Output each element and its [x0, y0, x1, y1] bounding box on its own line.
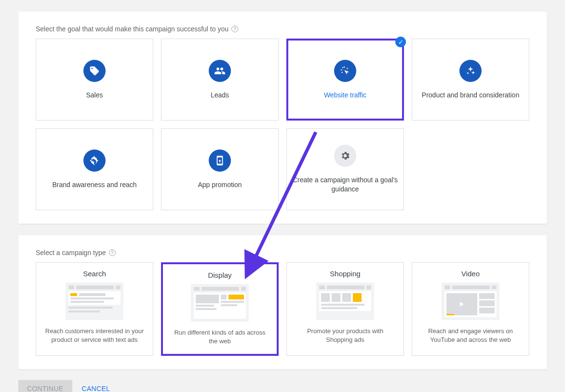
- goal-label: App promotion: [198, 180, 242, 189]
- help-icon[interactable]: ?: [109, 249, 116, 256]
- gear-icon: [334, 145, 356, 167]
- megaphone-icon: [83, 149, 106, 172]
- cursor-click-icon: [334, 60, 356, 82]
- type-desc: Promote your products with Shopping ads: [296, 327, 395, 344]
- check-icon: ✓: [395, 37, 406, 47]
- continue-button[interactable]: CONTINUE: [18, 380, 72, 392]
- goal-label: Website traffic: [324, 91, 366, 100]
- shopping-ad-illustration: [316, 283, 374, 320]
- goal-label: Leads: [211, 91, 229, 100]
- cancel-button[interactable]: CANCEL: [82, 385, 110, 392]
- type-heading-text: Select a campaign type: [36, 249, 106, 257]
- type-desc: Run different kinds of ads across the we…: [172, 328, 268, 345]
- type-title: Video: [461, 270, 480, 278]
- display-ad-illustration: [191, 284, 249, 322]
- action-row: CONTINUE CANCEL: [18, 380, 547, 392]
- goal-card-website-traffic[interactable]: ✓ Website traffic: [286, 39, 404, 121]
- tag-icon: [83, 60, 106, 82]
- type-card-display[interactable]: Display: [161, 262, 279, 356]
- type-title: Display: [208, 271, 231, 279]
- help-icon[interactable]: ?: [231, 26, 238, 32]
- goal-card-product-brand[interactable]: Product and brand consideration: [412, 39, 529, 121]
- goal-card-sales[interactable]: Sales: [36, 39, 153, 121]
- video-ad-illustration: [442, 283, 499, 320]
- goal-card-brand-awareness[interactable]: Brand awareness and reach: [36, 128, 153, 210]
- type-title: Shopping: [330, 270, 360, 278]
- goal-label: Sales: [86, 91, 103, 100]
- sparkle-icon: [459, 60, 482, 82]
- goal-label: Create a campaign without a goal's guida…: [291, 176, 400, 194]
- goal-grid: Sales Leads ✓ Website traffic: [36, 39, 529, 210]
- goal-card-no-goal[interactable]: Create a campaign without a goal's guida…: [286, 128, 404, 210]
- goal-label: Brand awareness and reach: [52, 180, 136, 189]
- type-desc: Reach and engage viewers on YouTube and …: [421, 327, 520, 344]
- goal-heading: Select the goal that would make this cam…: [36, 25, 529, 33]
- search-ad-illustration: [66, 283, 123, 320]
- type-heading: Select a campaign type ?: [36, 249, 529, 257]
- phone-download-icon: [209, 149, 231, 172]
- type-card-shopping[interactable]: Shopping Promote your product: [286, 262, 404, 356]
- goal-panel: Select the goal that would make this cam…: [18, 12, 547, 224]
- type-grid: Search Reach customers interested in you…: [36, 262, 529, 356]
- type-card-search[interactable]: Search Reach customers interested in you…: [36, 262, 153, 356]
- goal-card-app-promotion[interactable]: App promotion: [161, 128, 279, 210]
- goal-label: Product and brand consideration: [422, 91, 519, 100]
- type-desc: Reach customers interested in your produ…: [45, 327, 144, 344]
- type-panel: Select a campaign type ? Search Reach cu…: [18, 235, 547, 369]
- people-icon: [209, 60, 231, 82]
- type-title: Search: [83, 270, 106, 278]
- goal-card-leads[interactable]: Leads: [161, 39, 279, 121]
- goal-heading-text: Select the goal that would make this cam…: [36, 25, 229, 33]
- type-card-video[interactable]: Video: [412, 262, 529, 356]
